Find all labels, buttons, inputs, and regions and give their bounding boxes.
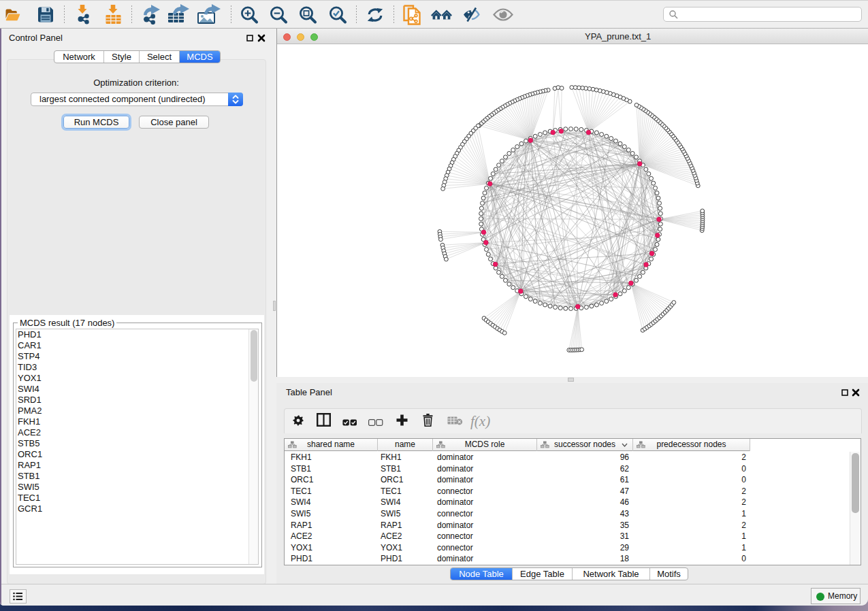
- svg-text:f(x): f(x): [470, 413, 490, 429]
